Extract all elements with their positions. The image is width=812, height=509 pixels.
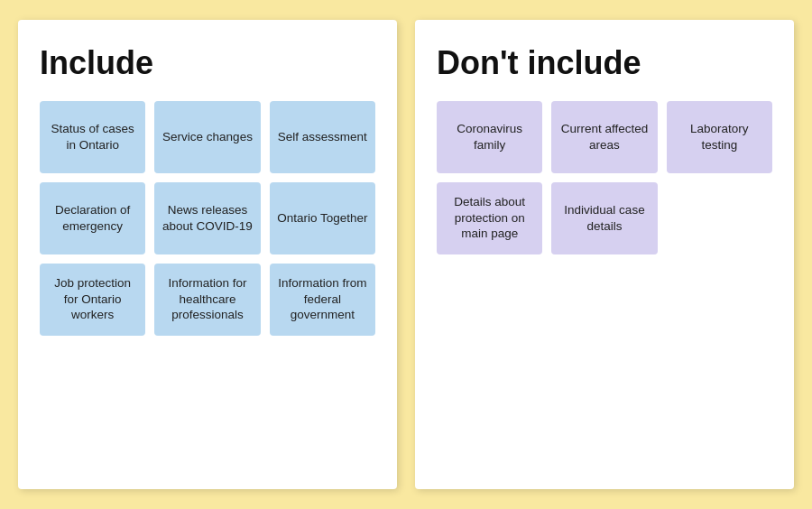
tile-current-affected-areas[interactable]: Current affected areas	[551, 101, 657, 173]
tile-federal-government[interactable]: Information from federal government	[270, 264, 375, 336]
tile-service-changes[interactable]: Service changes	[154, 101, 260, 173]
tile-laboratory-testing[interactable]: Laboratory testing	[667, 101, 772, 173]
tile-coronavirus-family[interactable]: Coronavirus family	[437, 101, 542, 173]
include-tiles-grid: Status of cases in Ontario Service chang…	[40, 101, 375, 336]
tile-individual-case-details[interactable]: Individual case details	[551, 182, 657, 255]
tile-status-of-cases[interactable]: Status of cases in Ontario	[40, 101, 145, 173]
include-title: Include	[40, 45, 375, 81]
tile-ontario-together[interactable]: Ontario Together	[270, 182, 375, 255]
tile-news-releases[interactable]: News releases about COVID-19	[154, 182, 260, 255]
tile-declaration-emergency[interactable]: Declaration of emergency	[40, 182, 145, 255]
tile-self-assessment[interactable]: Self assessment	[270, 101, 375, 173]
tile-job-protection[interactable]: Job protection for Ontario workers	[40, 264, 145, 336]
dont-include-title: Don't include	[437, 45, 772, 81]
tile-details-protection[interactable]: Details about protection on main page	[437, 182, 542, 255]
dont-include-tiles-grid: Coronavirus family Current affected area…	[437, 101, 772, 255]
panels-container: Include Status of cases in Ontario Servi…	[0, 0, 812, 509]
include-panel: Include Status of cases in Ontario Servi…	[18, 20, 397, 489]
dont-include-panel: Don't include Coronavirus family Current…	[415, 20, 794, 489]
tile-healthcare-professionals[interactable]: Information for healthcare professionals	[154, 264, 260, 336]
